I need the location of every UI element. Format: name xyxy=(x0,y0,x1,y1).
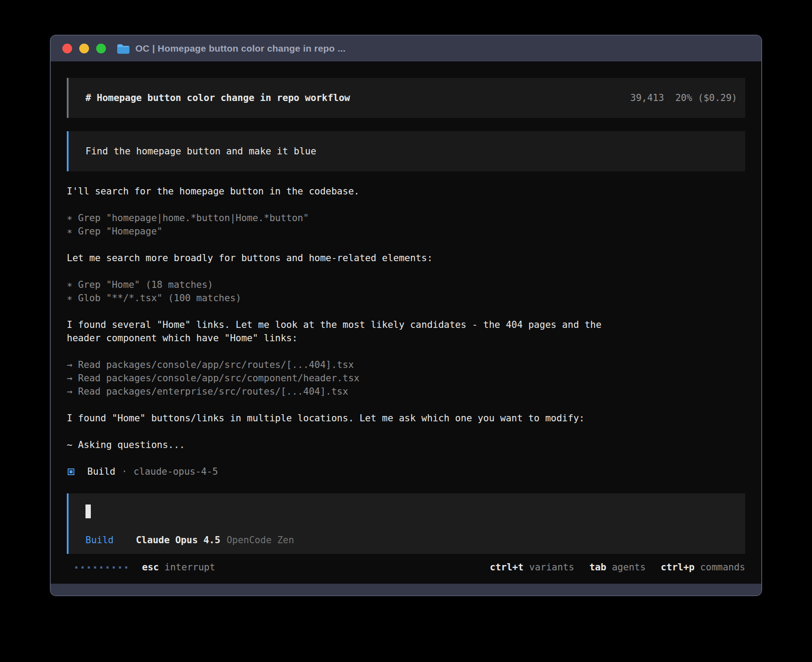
traffic-lights xyxy=(62,44,106,53)
session-header: # Homepage button color change in repo w… xyxy=(67,78,745,118)
spinner-dot xyxy=(88,566,90,569)
input-provider: OpenCode Zen xyxy=(227,535,294,545)
status-separator: · xyxy=(122,466,127,477)
window-title: OC | Homepage button color change in rep… xyxy=(135,43,345,54)
assistant-line xyxy=(67,238,745,251)
assistant-line xyxy=(67,452,745,465)
spinner-dot xyxy=(81,566,84,569)
assistant-line: ∗ Grep "Home" (18 matches) xyxy=(67,278,745,291)
shortcut-hint: esc interrupt xyxy=(142,562,215,573)
session-stats: 39,413 20% ($0.29) xyxy=(630,93,737,103)
shortcut-key: tab xyxy=(589,562,606,573)
assistant-line: I found "Home" buttons/links in multiple… xyxy=(67,412,745,425)
shortcut-hint: tab agents xyxy=(589,562,646,573)
user-message-text: Find the homepage button and make it blu… xyxy=(85,146,316,157)
spinner-dot xyxy=(94,566,96,569)
minimize-button[interactable] xyxy=(79,44,89,53)
shortcut-hint: ctrl+p commands xyxy=(661,562,745,573)
titlebar[interactable]: OC | Homepage button color change in rep… xyxy=(51,36,761,61)
assistant-line xyxy=(67,198,745,211)
footer-left-hints: esc interrupt xyxy=(127,562,215,573)
spinner-dot xyxy=(113,566,115,569)
close-button[interactable] xyxy=(62,44,72,53)
assistant-line xyxy=(67,265,745,278)
assistant-line: → Read packages/console/app/src/componen… xyxy=(67,371,745,385)
spinner-dot xyxy=(119,566,121,569)
assistant-line xyxy=(67,345,745,358)
user-message-block: Find the homepage button and make it blu… xyxy=(67,131,745,171)
shortcut-label: commands xyxy=(694,562,745,573)
assistant-line: → Read packages/enterprise/src/routes/[.… xyxy=(67,385,745,398)
input-model[interactable]: Claude Opus 4.5 xyxy=(136,535,220,545)
shortcut-key: ctrl+t xyxy=(490,562,524,573)
agent-model: claude-opus-4-5 xyxy=(134,466,218,477)
shortcut-key: ctrl+p xyxy=(661,562,694,573)
assistant-line: ∗ Grep "Homepage" xyxy=(67,225,745,238)
assistant-line xyxy=(67,398,745,412)
spinner-dot xyxy=(106,566,109,569)
assistant-output: I'll search for the homepage button in t… xyxy=(67,185,745,465)
shortcut-label: interrupt xyxy=(159,562,215,573)
shortcut-key: esc xyxy=(142,562,159,573)
agent-status-row: Build · claude-opus-4-5 xyxy=(67,465,745,478)
input-mode[interactable]: Build xyxy=(85,535,114,545)
input-meta: Build Claude Opus 4.5 OpenCode Zen xyxy=(85,535,728,545)
assistant-line xyxy=(67,425,745,438)
assistant-line: ∗ Glob "**/*.tsx" (100 matches) xyxy=(67,291,745,305)
assistant-line: ~ Asking questions... xyxy=(67,438,745,452)
assistant-line: → Read packages/console/app/src/routes/[… xyxy=(67,358,745,371)
assistant-line: Let me search more broadly for buttons a… xyxy=(67,251,745,265)
terminal-window: OC | Homepage button color change in rep… xyxy=(50,35,762,596)
terminal-content: # Homepage button color change in repo w… xyxy=(51,61,761,584)
status-bar: esc interrupt ctrl+t variantstab agentsc… xyxy=(67,561,745,574)
prompt-input[interactable]: Build Claude Opus 4.5 OpenCode Zen xyxy=(67,493,745,554)
status-bar-left: esc interrupt xyxy=(75,562,215,573)
window-bottom-edge xyxy=(51,584,761,595)
assistant-line: ∗ Grep "homepage|home.*button|Home.*butt… xyxy=(67,211,745,225)
spinner-dot xyxy=(100,566,102,569)
spinner-dot xyxy=(75,566,77,569)
text-cursor xyxy=(85,505,91,518)
assistant-line: I'll search for the homepage button in t… xyxy=(67,185,745,198)
assistant-line: I found several "Home" links. Let me loo… xyxy=(67,318,745,331)
agent-name: Build xyxy=(87,466,115,477)
shortcut-label: variants xyxy=(524,562,574,573)
spinner-dots xyxy=(75,566,127,569)
zoom-button[interactable] xyxy=(96,44,106,53)
status-bar-right: ctrl+t variantstab agentsctrl+p commands xyxy=(475,562,745,573)
assistant-line: header component which have "Home" links… xyxy=(67,331,745,345)
shortcut-hint: ctrl+t variants xyxy=(490,562,574,573)
assistant-line xyxy=(67,305,745,318)
folder-icon xyxy=(117,44,130,54)
session-title: # Homepage button color change in repo w… xyxy=(85,93,350,103)
agent-status-icon xyxy=(68,468,74,475)
shortcut-label: agents xyxy=(606,562,646,573)
